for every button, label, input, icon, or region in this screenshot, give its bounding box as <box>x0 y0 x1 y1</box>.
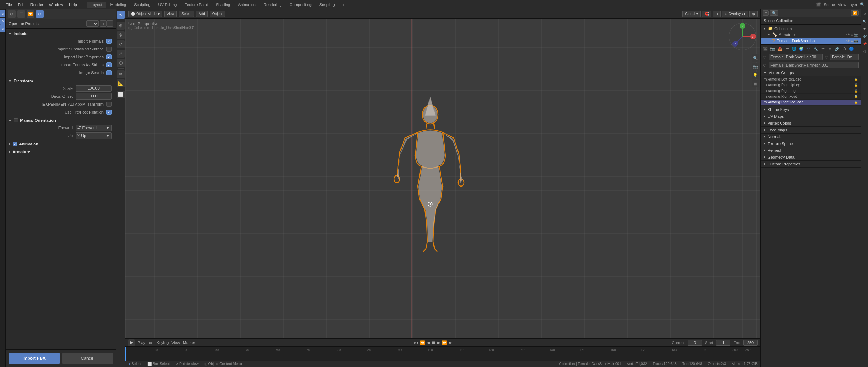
edge-icon-2[interactable]: 🔍 <box>862 18 868 25</box>
edge-icon-4[interactable]: 🔗 <box>862 33 868 40</box>
tool-measure[interactable]: 📐 <box>117 79 125 87</box>
tool-rotate[interactable]: ↺ <box>117 40 125 48</box>
orientation-checkbox[interactable] <box>14 118 18 122</box>
presets-dropdown[interactable] <box>86 20 99 27</box>
edge-icon-5[interactable]: 📌 <box>862 41 868 47</box>
vg-item-4[interactable]: mixamorig:RightFoot 🔒 <box>761 94 861 100</box>
navigation-widget[interactable]: X Y Z <box>728 22 757 51</box>
prev-frame-btn[interactable]: ⏪ <box>420 340 425 345</box>
viewport-3d[interactable]: User Perspective (c) Collection | Female… <box>125 19 760 338</box>
view-btn[interactable]: View <box>164 11 177 17</box>
up-dropdown[interactable]: Y Up ▼ <box>76 132 112 139</box>
rp-scene-icon[interactable]: 🎬 <box>762 45 769 52</box>
mini-left-item-3[interactable]: B <box>0 25 5 32</box>
rp-physics-icon[interactable]: ⚛ <box>827 45 833 52</box>
rp-search-btn[interactable]: 🔍 <box>770 10 778 16</box>
remesh-header[interactable]: Remesh <box>761 147 861 154</box>
normals-header[interactable]: Normals <box>761 134 861 140</box>
import-fbx-button[interactable]: Import FBX <box>9 353 60 364</box>
armature-section-header[interactable]: Armature <box>6 148 116 155</box>
tab-sculpting[interactable]: Sculpting <box>131 2 154 8</box>
tool-cursor[interactable]: ⊕ <box>117 22 125 30</box>
object-mode-btn[interactable]: ⚪ Object Mode ▾ <box>128 11 162 17</box>
tool-select[interactable]: ↖ <box>117 11 125 19</box>
image-search-checkbox[interactable]: ✓ <box>106 70 112 75</box>
uv-maps-header[interactable]: UV Maps <box>761 113 861 120</box>
add-btn[interactable]: Add <box>196 11 208 17</box>
shape-keys-header[interactable]: Shape Keys <box>761 106 861 113</box>
tool-add-cube[interactable]: ⬜ <box>117 91 125 98</box>
light-icon[interactable]: 💡 <box>752 72 759 79</box>
snap-btn[interactable]: 🧲 <box>702 11 711 17</box>
shading-btn[interactable]: ◑ <box>749 11 758 17</box>
animation-section-header[interactable]: ✓ Animation <box>6 140 116 148</box>
rp-filter-btn[interactable]: 🔽 <box>851 10 859 16</box>
proportional-btn[interactable]: ⊙ <box>713 11 721 17</box>
scale-field[interactable]: 100.00 <box>76 85 112 92</box>
edge-icon-6[interactable]: ⬡ <box>862 48 868 55</box>
forward-dropdown[interactable]: -Z Forward ▼ <box>76 125 112 131</box>
timeline-icon[interactable]: ▶ <box>128 339 135 346</box>
edge-icon-3[interactable]: 👁 <box>862 26 868 32</box>
rp-world-icon[interactable]: 🌍 <box>798 45 805 52</box>
search-icon[interactable]: 🔍 <box>860 2 865 7</box>
play-btn[interactable]: ▶ <box>437 340 440 345</box>
rp-view-layer-icon[interactable]: 🗃 <box>784 45 790 52</box>
tool-annotate[interactable]: ✏ <box>117 70 125 78</box>
tree-armature[interactable]: ▾ 🦴 Armature 👁 ⚙ 📷 <box>761 32 861 38</box>
import-subdivision-checkbox[interactable] <box>106 47 112 52</box>
tab-animation[interactable]: Animation <box>234 2 259 8</box>
tool-move[interactable]: ✥ <box>117 31 125 39</box>
rp-modifier-icon[interactable]: 🔧 <box>812 45 819 52</box>
timeline-track[interactable]: 0 10 20 30 40 50 60 70 80 90 100 110 120… <box>125 347 760 361</box>
grid-icon[interactable]: ⊞ <box>752 80 759 87</box>
tree-collection[interactable]: ▾ 📁 Collection <box>761 25 861 32</box>
animation-checkbox[interactable]: ✓ <box>13 142 17 146</box>
mesh-name-field[interactable]: Female_DarkShortHairmesh.001 <box>769 62 859 68</box>
rp-material-icon[interactable]: 🔵 <box>848 45 855 52</box>
geometry-data-header[interactable]: Geometry Data <box>761 154 861 160</box>
face-maps-header[interactable]: Face Maps <box>761 127 861 133</box>
marker-label[interactable]: Marker <box>183 341 195 345</box>
tab-scripting[interactable]: Scripting <box>316 2 338 8</box>
object-btn[interactable]: Object <box>210 11 225 17</box>
jump-start-btn[interactable]: ⏮ <box>414 340 418 345</box>
vertex-colors-header[interactable]: Vertex Colors <box>761 120 861 126</box>
tab-layout[interactable]: Layout <box>87 2 106 8</box>
cancel-button[interactable]: Cancel <box>62 353 113 364</box>
object-name-field[interactable]: Female_DarkShortHair.001 <box>769 54 823 60</box>
jump-end-btn[interactable]: ⏭ <box>449 340 453 345</box>
select-btn[interactable]: Select <box>179 11 194 17</box>
vertex-groups-header[interactable]: Vertex Groups <box>761 69 861 76</box>
global-btn[interactable]: Global ▾ <box>682 11 701 17</box>
rp-render-icon[interactable]: 📷 <box>769 45 776 52</box>
view-btn[interactable]: ☰ <box>17 10 25 18</box>
menu-help[interactable]: Help <box>66 2 80 8</box>
overlay-btn[interactable]: ⊕ Overlays ▾ <box>722 11 748 17</box>
decal-offset-field[interactable]: 0.00 <box>76 93 112 100</box>
start-frame-field[interactable]: 1 <box>716 340 730 346</box>
female-shortcut-field[interactable]: Female_Da... <box>830 54 859 60</box>
zoom-in-icon[interactable]: 🔍 <box>752 54 759 62</box>
rp-output-icon[interactable]: 📤 <box>777 45 783 52</box>
transform-section-header[interactable]: Transform <box>6 77 116 84</box>
current-frame-field[interactable]: 0 <box>688 340 702 346</box>
tab-uv-editing[interactable]: UV Editing <box>155 2 180 8</box>
tree-female-hair[interactable]: ▽ Female_DarkShortHair 👁 ⚙ 📷 <box>761 38 861 44</box>
import-enums-checkbox[interactable]: ✓ <box>106 62 112 67</box>
tab-compositing[interactable]: Compositing <box>286 2 315 8</box>
include-section-header[interactable]: Include <box>6 30 116 37</box>
rp-scene-props-icon[interactable]: 🌐 <box>791 45 797 52</box>
tab-shading[interactable]: Shading <box>212 2 234 8</box>
tab-texture-paint[interactable]: Texture Paint <box>181 2 211 8</box>
end-frame-field[interactable]: 250 <box>743 340 758 346</box>
tool-scale[interactable]: ⤢ <box>117 50 125 58</box>
filter-btn-2[interactable]: 🔽 <box>27 10 34 18</box>
rp-data-icon[interactable]: ⬡ <box>841 45 848 52</box>
tab-rendering[interactable]: Rendering <box>260 2 285 8</box>
tab-add[interactable]: + <box>339 2 348 8</box>
stop-btn[interactable]: ⏹ <box>431 340 436 345</box>
presets-add-btn[interactable]: + <box>100 20 106 27</box>
vg-item-1[interactable]: mixamorig:LeftToeBase 🔒 <box>761 77 861 82</box>
pre-post-rotation-checkbox[interactable]: ✓ <box>106 110 112 115</box>
